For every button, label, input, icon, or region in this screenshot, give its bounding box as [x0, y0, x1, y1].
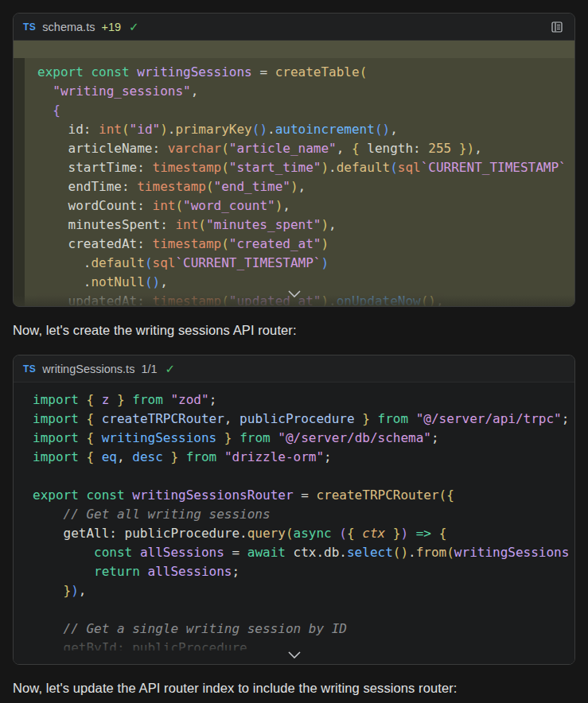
code-line: updatedAt: timestamp("updated_at").onUpd… [37, 292, 574, 306]
code-line: articleName: varchar("article_name", { l… [37, 139, 574, 158]
code-card-header[interactable]: TS schema.ts +19 ✓ [14, 14, 574, 41]
code-line: // Get all writing sessions [33, 505, 574, 524]
code-line: const allSessions = await ctx.db.select(… [33, 543, 574, 562]
partial-line-strip [14, 41, 574, 58]
check-icon: ✓ [165, 362, 176, 376]
code-line [33, 600, 574, 619]
code-card-schema: TS schema.ts +19 ✓ export const writingS… [13, 13, 575, 307]
code-lines: import { z } from "zod";import { createT… [33, 390, 574, 651]
code-card-writing-sessions: TS writingSessions.ts 1/1 ✓ import { z }… [13, 355, 575, 665]
filename-label: schema.ts [42, 21, 95, 33]
code-line: .default(sql`CURRENT_TIMESTAMP`) [37, 254, 574, 273]
code-content-diff: export const writingSessions = createTab… [14, 41, 574, 306]
code-line: wordCount: int("word_count"), [37, 196, 574, 216]
code-line: minutesSpent: int("minutes_spent"), [37, 216, 574, 235]
code-line: import { createTRPCRouter, publicProcedu… [33, 410, 574, 429]
code-line: getAll: publicProcedure.query(async ({ c… [33, 524, 574, 543]
code-line: { [37, 101, 574, 120]
code-line: import { z } from "zod"; [33, 390, 574, 410]
page-indicator: 1/1 [141, 363, 157, 375]
chevron-down-icon[interactable] [283, 286, 306, 301]
code-line: }), [33, 581, 574, 600]
code-line: return allSessions; [33, 562, 574, 581]
check-icon: ✓ [129, 20, 139, 34]
typescript-badge: TS [23, 363, 36, 375]
typescript-badge: TS [23, 21, 36, 33]
code-card-header[interactable]: TS writingSessions.ts 1/1 ✓ [14, 355, 574, 383]
code-line: export const writingSessionsRouter = cre… [33, 486, 574, 505]
code-line: id: int("id").primaryKey().autoincrement… [37, 120, 574, 139]
diff-gutter [14, 58, 25, 306]
chevron-down-icon[interactable] [283, 647, 306, 662]
code-line: export const writingSessions = createTab… [37, 63, 574, 82]
filename-label: writingSessions.ts [42, 363, 134, 375]
code-lines: export const writingSessions = createTab… [37, 63, 574, 306]
code-line: // Get a single writing session by ID [33, 619, 574, 639]
code-line: "writing_sessions", [37, 82, 574, 101]
code-content: import { z } from "zod";import { createT… [14, 383, 574, 664]
code-line: createdAt: timestamp("created_at") [37, 235, 574, 254]
code-line [33, 467, 574, 486]
assistant-text-1: Now, let's create the writing sessions A… [13, 321, 575, 339]
assistant-text-2: Now, let's update the API router index t… [13, 679, 575, 697]
page-root: { "page": { "prose1": "Now, let's create… [0, 0, 588, 703]
code-line: import { writingSessions } from "@/serve… [33, 429, 574, 448]
code-line: .notNull(), [37, 273, 574, 292]
code-line: startTime: timestamp("start_time").defau… [37, 158, 574, 177]
notebook-icon[interactable] [549, 19, 565, 35]
code-line: import { eq, desc } from "drizzle-orm"; [33, 448, 574, 467]
code-line: endTime: timestamp("end_time"), [37, 177, 574, 196]
diff-added-count: +19 [101, 21, 121, 33]
